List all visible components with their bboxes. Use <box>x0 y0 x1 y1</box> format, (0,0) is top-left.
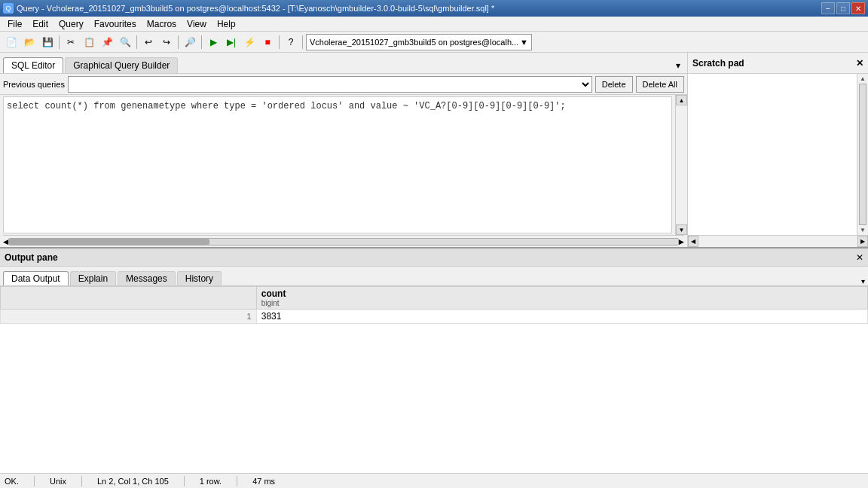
search-button[interactable]: 🔎 <box>182 34 198 50</box>
toolbar-separator-6 <box>302 35 303 49</box>
status-sep-3 <box>184 476 185 486</box>
scratch-pad-close-icon[interactable]: ✕ <box>856 58 863 69</box>
scratch-hscroll-right[interactable]: ▶ <box>857 236 868 247</box>
sql-editor[interactable]: select count(*) from genenametype where … <box>3 96 672 233</box>
output-pane-title: Output pane <box>5 252 58 263</box>
help-button[interactable]: ? <box>283 34 299 50</box>
scratch-hscroll: ◀ ▶ <box>688 235 868 247</box>
status-sep-1 <box>34 476 35 486</box>
prev-queries-label: Previous queries <box>3 80 65 89</box>
vscroll-down-arrow[interactable]: ▼ <box>676 224 687 235</box>
undo-button[interactable]: ↩ <box>140 34 157 50</box>
tab-history[interactable]: History <box>177 271 222 285</box>
editor-vscroll: ▲ ▼ <box>675 95 687 235</box>
new-file-button[interactable]: 📄 <box>3 34 20 50</box>
scratch-vscroll-up[interactable]: ▲ <box>860 75 866 82</box>
db-connection-selector[interactable]: Vcholerae_20151027_gmb3build5 on postgre… <box>306 34 532 50</box>
editor-area: select count(*) from genenametype where … <box>0 95 687 247</box>
prev-queries-select[interactable] <box>68 76 592 93</box>
close-button[interactable]: ✕ <box>851 2 865 14</box>
menu-bar: File Edit Query Favourites Macros View H… <box>0 17 868 32</box>
delete-query-button[interactable]: Delete <box>595 76 633 93</box>
table-header-rownum <box>1 287 257 310</box>
app-icon: Q <box>3 3 14 14</box>
scratch-vscroll-track[interactable] <box>859 84 866 225</box>
status-sep-4 <box>237 476 237 486</box>
scratch-pad: Scratch pad ✕ ▲ ▼ ◀ ▶ <box>687 53 868 247</box>
paste-button[interactable]: 📌 <box>99 34 115 50</box>
tab-explain[interactable]: Explain <box>70 271 116 285</box>
tab-dropdown-arrow[interactable]: ▾ <box>672 58 684 73</box>
status-ok: OK. <box>5 477 19 486</box>
window-controls: − □ ✕ <box>821 2 865 14</box>
toolbar-separator-1 <box>59 35 60 49</box>
query-toolbar: Previous queries Delete Delete All <box>0 74 687 95</box>
delete-all-queries-button[interactable]: Delete All <box>636 76 684 93</box>
run-button[interactable]: ▶ <box>205 34 222 50</box>
status-bar: OK. Unix Ln 2, Col 1, Ch 105 1 row. 47 m… <box>0 473 868 488</box>
cut-button[interactable]: ✂ <box>63 34 79 50</box>
output-pane: Output pane ✕ Data Output Explain Messag… <box>0 247 868 473</box>
data-table: count bigint 1 3831 <box>0 286 868 324</box>
editor-tab-bar: SQL Editor Graphical Query Builder ▾ <box>0 53 687 74</box>
status-cursor: Ln 2, Col 1, Ch 105 <box>97 477 169 486</box>
output-pane-header: Output pane ✕ <box>0 249 868 267</box>
tab-data-output[interactable]: Data Output <box>3 271 69 285</box>
app-icon-letter: Q <box>5 5 11 12</box>
vscroll-up-arrow[interactable]: ▲ <box>676 95 687 105</box>
run-explain-button[interactable]: ⚡ <box>241 34 258 50</box>
find-button[interactable]: 🔍 <box>117 34 133 50</box>
copy-button[interactable]: 📋 <box>81 34 97 50</box>
sql-line-1: select count(*) from genenametype where … <box>7 100 668 113</box>
table-row: 1 3831 <box>1 310 868 324</box>
hscroll-left-arrow[interactable]: ◀ <box>3 238 8 246</box>
db-connection-dropdown-icon[interactable]: ▼ <box>520 38 528 47</box>
hscroll-track[interactable] <box>8 238 679 246</box>
maximize-button[interactable]: □ <box>836 2 850 14</box>
toolbar-separator-2 <box>136 35 137 49</box>
tab-sql-editor[interactable]: SQL Editor <box>3 57 63 73</box>
tab-messages[interactable]: Messages <box>118 271 176 285</box>
db-connection-text: Vcholerae_20151027_gmb3build5 on postgre… <box>310 38 518 47</box>
title-text: Query - Vcholerae_20151027_gmb3build5 on… <box>17 4 494 13</box>
open-file-button[interactable]: 📂 <box>21 34 38 50</box>
scratch-pad-title: Scratch pad <box>692 58 744 69</box>
hscroll-thumb[interactable] <box>9 239 209 245</box>
tab-graphical-query-builder[interactable]: Graphical Query Builder <box>65 57 178 73</box>
menu-query[interactable]: Query <box>54 17 88 31</box>
run-query-button[interactable]: ▶| <box>223 34 240 50</box>
scratch-pad-content[interactable] <box>688 74 857 235</box>
minimize-button[interactable]: − <box>821 2 835 14</box>
output-tab-bar: Data Output Explain Messages History ▾ <box>0 267 868 286</box>
scratch-vscroll-down[interactable]: ▼ <box>860 227 866 233</box>
table-header-count: count bigint <box>256 287 867 310</box>
scratch-pad-body: ▲ ▼ <box>688 74 868 235</box>
scratch-hscroll-track[interactable] <box>698 236 857 247</box>
redo-button[interactable]: ↪ <box>158 34 175 50</box>
toolbar-separator-3 <box>178 35 179 49</box>
menu-edit[interactable]: Edit <box>28 17 53 31</box>
scratch-hscroll-left[interactable]: ◀ <box>688 236 698 247</box>
column-type: bigint <box>261 299 863 307</box>
main-toolbar: 📄 📂 💾 ✂ 📋 📌 🔍 ↩ ↪ 🔎 ▶ ▶| ⚡ ■ ? Vcholerae… <box>0 32 868 53</box>
status-sep-2 <box>81 476 82 486</box>
menu-file[interactable]: File <box>3 17 26 31</box>
menu-view[interactable]: View <box>182 17 211 31</box>
stop-button[interactable]: ■ <box>259 34 276 50</box>
title-bar-text: Q Query - Vcholerae_20151027_gmb3build5 … <box>3 3 494 14</box>
menu-macros[interactable]: Macros <box>142 17 181 31</box>
table-header-row: count bigint <box>1 287 868 310</box>
hscroll-right-arrow[interactable]: ▶ <box>679 238 684 246</box>
left-panel: SQL Editor Graphical Query Builder ▾ Pre… <box>0 53 687 247</box>
save-file-button[interactable]: 💾 <box>39 34 56 50</box>
editor-hscroll: ◀ ▶ <box>3 235 684 247</box>
status-time: 47 ms <box>252 477 275 486</box>
table-cell-rownum: 1 <box>1 310 257 324</box>
output-tab-dropdown-arrow[interactable]: ▾ <box>861 277 865 285</box>
title-bar: Q Query - Vcholerae_20151027_gmb3build5 … <box>0 0 868 17</box>
output-pane-close-icon[interactable]: ✕ <box>856 252 863 263</box>
vscroll-track[interactable] <box>676 105 687 224</box>
data-table-wrapper: count bigint 1 3831 <box>0 286 868 473</box>
menu-help[interactable]: Help <box>212 17 240 31</box>
menu-favourites[interactable]: Favourites <box>90 17 141 31</box>
